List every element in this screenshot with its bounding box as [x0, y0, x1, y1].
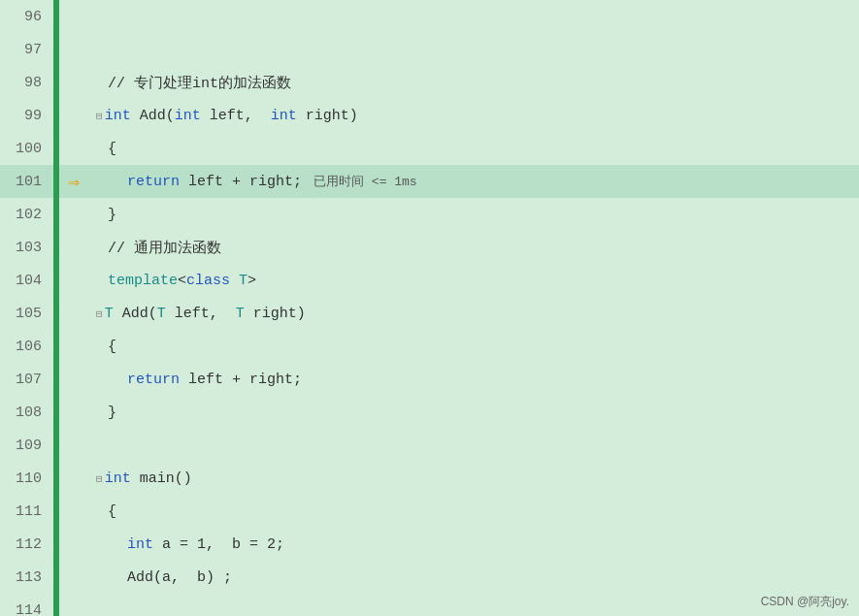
line-num-97: 97 — [0, 42, 53, 58]
code-content-108: } — [88, 405, 859, 421]
collapse-105[interactable]: ⊟ — [96, 308, 103, 320]
code-content-99: ⊟int Add(int left, int right) — [88, 108, 859, 124]
green-bar-112 — [53, 528, 59, 561]
code-line-102: 102 } — [0, 198, 859, 231]
collapse-110[interactable]: ⊟ — [96, 472, 103, 485]
green-bar-96 — [53, 0, 59, 33]
code-line-97: 97 — [0, 33, 859, 66]
code-line-108: 108 } — [0, 396, 859, 429]
green-bar-100 — [53, 132, 59, 165]
green-bar-97 — [53, 33, 59, 66]
code-content-101: return left + right; 已用时间 <= 1ms — [88, 173, 859, 190]
code-line-96: 96 — [0, 0, 859, 33]
line-num-102: 102 — [0, 207, 53, 223]
green-bar-103 — [53, 231, 59, 264]
code-content-105: ⊟T Add(T left, T right) — [88, 306, 859, 322]
code-content-106: { — [88, 339, 859, 355]
green-bar-110 — [53, 462, 59, 495]
green-bar-114 — [53, 594, 59, 616]
current-line-arrow: ⇒ — [68, 170, 80, 194]
green-bar-113 — [53, 561, 59, 594]
code-content-107: return left + right; — [88, 372, 859, 388]
line-num-104: 104 — [0, 273, 53, 289]
code-content-100: { — [88, 141, 859, 157]
code-area: 96 97 98 // 专门处理int的加法函数 99 — [0, 0, 859, 616]
code-line-105: 105 ⊟T Add(T left, T right) — [0, 297, 859, 330]
kw-int-left-99: int — [175, 108, 201, 124]
line-num-100: 100 — [0, 141, 53, 157]
code-line-109: 109 — [0, 429, 859, 462]
code-content-104: template<class T> — [88, 273, 859, 289]
line-num-103: 103 — [0, 240, 53, 256]
code-content-102: } — [88, 207, 859, 223]
code-content-110: ⊟int main() — [88, 470, 859, 487]
fn-add-99: Add( — [131, 108, 175, 124]
green-bar-102 — [53, 198, 59, 231]
line-num-113: 113 — [0, 569, 53, 586]
code-line-98: 98 // 专门处理int的加法函数 — [0, 66, 859, 99]
time-hint-101: 已用时间 <= 1ms — [314, 173, 417, 190]
green-bar-104 — [53, 264, 59, 297]
green-bar-108 — [53, 396, 59, 429]
code-content-98: // 专门处理int的加法函数 — [88, 74, 859, 92]
editor-container: 96 97 98 // 专门处理int的加法函数 99 — [0, 0, 859, 616]
line-num-101: 101 — [0, 174, 53, 190]
line-num-108: 108 — [0, 405, 53, 421]
code-line-103: 103 // 通用加法函数 — [0, 231, 859, 264]
code-line-101: 101 ⇒ return left + right; 已用时间 <= 1ms — [0, 165, 859, 198]
code-line-113: 113 Add(a, b) ; — [0, 561, 859, 594]
code-line-99: 99 ⊟int Add(int left, int right) — [0, 99, 859, 132]
line-num-99: 99 — [0, 108, 53, 124]
green-bar-105 — [53, 297, 59, 330]
line-num-106: 106 — [0, 339, 53, 355]
collapse-99[interactable]: ⊟ — [96, 110, 103, 122]
line-num-112: 112 — [0, 536, 53, 553]
green-bar-98 — [53, 66, 59, 99]
code-line-106: 106 { — [0, 330, 859, 363]
line-num-111: 111 — [0, 503, 53, 520]
green-bar-107 — [53, 363, 59, 396]
green-bar-106 — [53, 330, 59, 363]
watermark: CSDN @阿亮joy. — [761, 594, 849, 610]
line-num-107: 107 — [0, 372, 53, 388]
line-num-114: 114 — [0, 602, 53, 617]
line-num-110: 110 — [0, 470, 53, 487]
green-bar-109 — [53, 429, 59, 462]
comment-98: // 专门处理int的加法函数 — [108, 74, 291, 92]
code-line-104: 104 template<class T> — [0, 264, 859, 297]
code-line-110: 110 ⊟int main() — [0, 462, 859, 495]
green-bar-111 — [53, 495, 59, 528]
code-line-114: 114 — [0, 594, 859, 616]
line-num-105: 105 — [0, 306, 53, 322]
code-line-112: 112 int a = 1, b = 2; — [0, 528, 859, 561]
arrow-101: ⇒ — [59, 170, 88, 194]
code-content-112: int a = 1, b = 2; — [88, 536, 859, 553]
code-line-107: 107 return left + right; — [0, 363, 859, 396]
line-num-109: 109 — [0, 438, 53, 454]
line-num-98: 98 — [0, 75, 53, 91]
code-content-103: // 通用加法函数 — [88, 239, 859, 257]
code-content-113: Add(a, b) ; — [88, 569, 859, 586]
code-content-111: { — [88, 503, 859, 520]
code-line-100: 100 { — [0, 132, 859, 165]
kw-int-99: int — [105, 108, 131, 124]
code-line-111: 111 { — [0, 495, 859, 528]
green-bar-99 — [53, 99, 59, 132]
line-num-96: 96 — [0, 9, 53, 25]
